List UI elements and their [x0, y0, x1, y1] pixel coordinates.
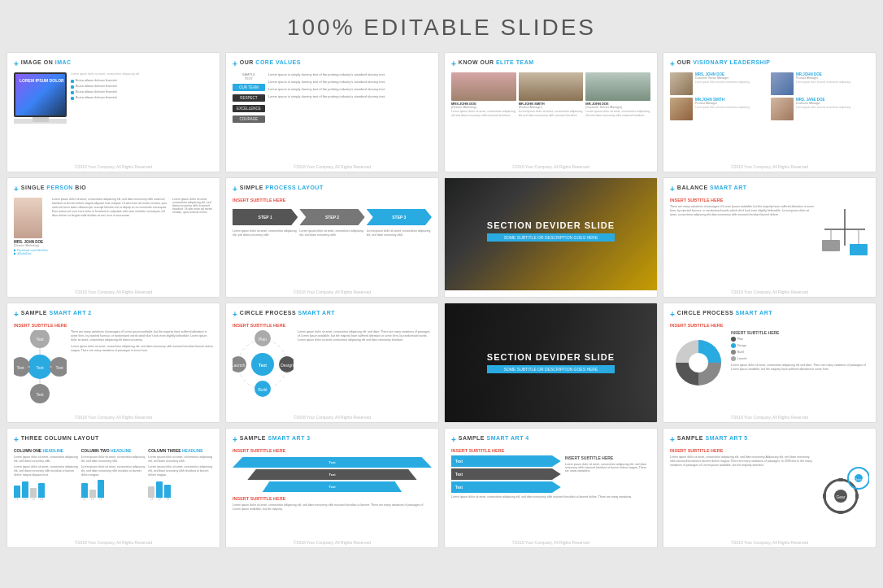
smartart2-text: There are many variations of passages of… — [71, 330, 213, 395]
slide-6-title: SIMPLE PROCESS LAYOUT — [240, 185, 324, 190]
slide-footer-15: ©2018 Your Company, All Rights Reserved — [445, 540, 657, 545]
slide-footer-14: ©2018 Your Company, All Rights Reserved — [226, 540, 438, 545]
slide-sample-smartart-3[interactable]: SAMPLE SMART ART 3 INSERT SUBTITLE HERE … — [225, 428, 439, 548]
slide-footer-10: ©2018 Your Company, All Rights Reserved — [226, 415, 438, 420]
svg-rect-39 — [838, 478, 843, 481]
slide-footer-4: ©2018 Your Company, All Rights Reserved — [663, 164, 876, 169]
slide-14-subtitle1: INSERT SUBTITLE HERE — [233, 448, 432, 453]
svg-text:Text: Text — [259, 363, 267, 368]
slide-12-title: CIRCLE PROCESS SMART ART — [677, 310, 772, 316]
slide-sample-smartart-5[interactable]: SAMPLE SMART ART 5 INSERT SUBTITLE HERE … — [663, 428, 876, 548]
slide-balance-smartart[interactable]: BALANCE SMART ART INSERT SUBTITLE HERE T… — [663, 177, 876, 298]
slide-sample-smartart-2[interactable]: SAMPLE SMART ART 2 INSERT SUBTITLE HERE … — [7, 303, 220, 423]
slide-15-subtitle: INSERT SUBTITLE HERE — [451, 448, 650, 453]
smartart4-text: INSERT SUBTITLE HERE Lorem ipsum dolor s… — [565, 455, 650, 493]
team-member-2: MR.JOHN SMITH (Product Manager) Lorem ip… — [519, 72, 584, 117]
slide-single-person[interactable]: SINGLE PERSON BIO MRS. JOHN DOE (Directo… — [7, 177, 220, 298]
cv-pill-3: EXCELLENCE — [233, 105, 265, 112]
column-2: COLUMN TWO HEADLINE Lorem ipsum dolor si… — [81, 448, 146, 501]
svg-point-32 — [689, 353, 708, 372]
slide-10-title: CIRCLE PROCESS SMART ART — [240, 310, 335, 316]
slide-process-layout[interactable]: SIMPLE PROCESS LAYOUT INSERT SUBTITLE HE… — [225, 177, 439, 298]
leader-2: MR.JOHN DOEProduct ManagerLorem ipsum do… — [771, 72, 869, 95]
step-1: STEP 1 — [233, 209, 298, 225]
leader-1: MRS. JOHN DOECustomer Senior ManagerLore… — [670, 72, 768, 95]
pie-chart — [670, 330, 727, 395]
svg-text:Launch: Launch — [233, 363, 245, 368]
slide-14-subtitle2: INSERT SUBTITLE HERE — [233, 496, 432, 501]
slide-6-subtitle: INSERT SUBTITLE HERE — [233, 198, 432, 203]
svg-text:Build: Build — [258, 387, 267, 392]
slide-circle-process-1[interactable]: CIRCLE PROCESS SMART ART INSERT SUBTITLE… — [225, 303, 439, 423]
svg-rect-3 — [850, 244, 868, 255]
slide-footer-8: ©2018 Your Company, All Rights Reserved — [663, 290, 876, 294]
svg-rect-40 — [838, 511, 843, 514]
leader-3: MR.JOHN SMITHProduct ManagerLorem ipsum … — [670, 98, 768, 120]
svg-text:Text: Text — [36, 337, 44, 342]
slide-14-title: SAMPLE SMART ART 3 — [240, 435, 311, 441]
slide-3-title: KNOW OUR ELITE TEAM — [459, 59, 534, 65]
slide-10-subtitle: INSERT SUBTITLE HERE — [233, 323, 432, 328]
slide-1-title: IMAGE ON IMAC — [21, 59, 72, 65]
slides-grid: IMAGE ON IMAC LOREM IPSUM DOLOR Lorem ip… — [0, 52, 883, 555]
lorem-text: LOREM IPSUM DOLOR — [20, 78, 64, 83]
svg-text:Design: Design — [281, 363, 294, 368]
svg-text:Plan: Plan — [259, 337, 267, 342]
slide-section-devider-1[interactable]: SECTION DEVIDER SLIDE SOME SUBTITLE OR D… — [444, 177, 658, 298]
slide-image-imac[interactable]: IMAGE ON IMAC LOREM IPSUM DOLOR Lorem ip… — [7, 52, 220, 172]
cv-pill-4: COURAGE — [233, 115, 265, 123]
balance-scale-svg — [820, 205, 869, 270]
step-3: STEP 3 — [367, 209, 432, 225]
page-title: 100% EDITABLE SLIDES — [0, 0, 883, 52]
devider-title: SECTION DEVIDER SLIDE — [487, 220, 615, 230]
slide-elite-team[interactable]: KNOW OUR ELITE TEAM MRS.JOHN DOE (Direct… — [444, 52, 658, 172]
slide-core-values[interactable]: OUR CORE VALUES SAMPLETEXT OUR TEAM RESP… — [225, 52, 439, 172]
circle-process-visual: Text Plan Design Build Launch — [233, 330, 294, 403]
slide-sample-smartart-4[interactable]: SAMPLE SMART ART 4 INSERT SUBTITLE HERE … — [444, 428, 658, 548]
slide-14-text: Lorem ipsum dolor sit amet, consectetur … — [233, 503, 432, 512]
smartart4-visual: Text Text Text — [451, 455, 561, 493]
slide-footer-12: ©2018 Your Company, All Rights Reserved — [663, 415, 876, 420]
team-member-1: MRS.JOHN DOE (Director Marketing) Lorem … — [451, 72, 516, 117]
slide-8-title: BALANCE SMART ART — [677, 185, 747, 190]
column-3: COLUMN THREE HEADLINE Lorem ipsum dolor … — [148, 448, 213, 501]
svg-text:Text: Text — [36, 392, 44, 397]
leader-4: MRS. JANE DOECustomer ManagerLorem ipsum… — [771, 98, 869, 120]
svg-text:Text: Text — [16, 365, 24, 370]
devider2-title: SECTION DEVIDER SLIDE — [487, 352, 615, 362]
smartart2-visual: Text Text Text Text Text — [14, 330, 67, 395]
svg-text:Text: Text — [55, 365, 63, 370]
slide-section-devider-2[interactable]: SECTION DEVIDER SLIDE SOME SUBTITLE OR D… — [444, 303, 658, 423]
svg-rect-41 — [823, 494, 826, 499]
step-1-text: Lorem ipsum dolor sit amet, consectetur … — [233, 229, 298, 237]
slide-footer-3: ©2018 Your Company, All Rights Reserved — [445, 164, 657, 169]
cv-pill-2: RESPECT — [233, 94, 265, 102]
slide-12-subtitle: INSERT SUBTITLE HERE — [670, 323, 869, 328]
slide-5-title: SINGLE PERSON BIO — [21, 185, 86, 190]
devider2-subtitle: SOME SUBTITLE OR DESCRIPTION GOES HERE — [487, 365, 615, 373]
svg-rect-42 — [855, 494, 859, 499]
bio-photo — [14, 198, 42, 238]
slide-footer-9: ©2018 Your Company, All Rights Reserved — [7, 415, 220, 420]
slide-footer-6: ©2018 Your Company, All Rights Reserved — [226, 290, 438, 294]
svg-rect-2 — [822, 240, 840, 251]
column-1: COLUMN ONE HEADLINE Lorem ipsum dolor si… — [14, 448, 79, 501]
team-member-3: MR.JOHN DOE (Customer Service Manager) L… — [585, 72, 650, 117]
smartart5-text: Lorem ipsum dolor sit amet, consectetur … — [670, 455, 812, 528]
slide-9-subtitle: INSERT SUBTITLE HERE — [14, 323, 213, 328]
slide-circle-process-2[interactable]: CIRCLE PROCESS SMART ART INSERT SUBTITLE… — [663, 303, 876, 423]
cv-pill-1: OUR TEAM — [233, 84, 265, 91]
slide-three-column[interactable]: THREE COLUMN LAYOUT COLUMN ONE HEADLINE … — [7, 428, 220, 548]
svg-text:Text: Text — [36, 365, 44, 370]
slide-4-title: OUR VISIONARY LEADERSHIP — [677, 59, 771, 65]
slide-2-title: OUR CORE VALUES — [240, 59, 301, 65]
svg-text:Gear: Gear — [836, 494, 845, 499]
smartart5-gears: Gear Check — [816, 455, 869, 528]
step-3-text: Lorem ipsum dolor sit amet, consectetur … — [367, 229, 432, 237]
balance-text: There are many variations of passages of… — [670, 205, 816, 273]
slide-footer-13: ©2018 Your Company, All Rights Reserved — [7, 540, 220, 545]
slide-15-bottom-text: Lorem ipsum dolor sit amet, consectetur … — [451, 495, 650, 499]
funnel-visual: Text Text Text — [233, 457, 432, 492]
slide-16-title: SAMPLE SMART ART 5 — [677, 435, 748, 441]
slide-leadership[interactable]: OUR VISIONARY LEADERSHIP MRS. JOHN DOECu… — [663, 52, 876, 172]
